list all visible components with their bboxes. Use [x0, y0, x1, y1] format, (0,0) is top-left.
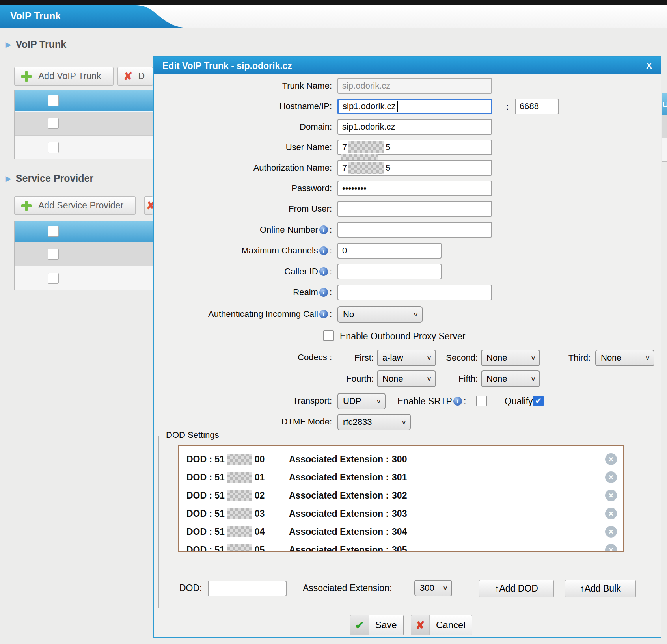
form-row-caller-id: Caller ID i : — [154, 264, 661, 280]
delete-x-icon: ✘ — [146, 199, 153, 212]
add-dod-button[interactable]: ↑Add DOD — [479, 580, 554, 597]
save-label: Save — [369, 615, 403, 635]
user-name-label: User Name: — [154, 140, 332, 155]
form-row-hostname: Hostname/IP: sip1.odorik.cz : 6688 — [154, 99, 661, 115]
tab-label: VoIP Trunk — [10, 10, 61, 22]
codec-first-label: First: — [339, 350, 374, 366]
table-row[interactable] — [15, 112, 153, 136]
trunk-name-label: Trunk Name: — [154, 78, 332, 94]
form-row-realm: Realm i : — [154, 285, 661, 301]
codec-second-select[interactable]: None ∨ — [481, 350, 540, 366]
dialog-title: Edit VoIP Trunk - sip.odorik.cz — [162, 61, 292, 71]
delete-dod-icon[interactable]: ✕ — [605, 544, 617, 552]
dod-input[interactable] — [208, 581, 287, 596]
delete-x-icon: ✘ — [123, 70, 132, 83]
chevron-down-icon: ∨ — [427, 375, 432, 382]
associated-extension-select[interactable]: 300 ∨ — [414, 580, 452, 596]
close-icon[interactable]: X — [646, 61, 652, 71]
add-bulk-button[interactable]: ↑Add Bulk — [565, 580, 636, 597]
form-row-outbound-proxy: Enable Outbound Proxy Server — [154, 328, 661, 344]
section-arrow-icon: ▶ — [6, 174, 11, 183]
info-icon: i — [319, 225, 328, 234]
background-table-sliver-row — [662, 138, 667, 162]
check-icon: ✔ — [350, 615, 369, 635]
delete-provider-button-fragment[interactable]: ✘ — [144, 196, 153, 215]
port-field[interactable]: 6688 — [515, 99, 559, 114]
srtp-checkbox[interactable] — [476, 396, 487, 406]
form-row-codecs-2: Fourth: None ∨ Fifth: None ∨ — [154, 370, 661, 387]
row-checkbox[interactable] — [48, 118, 59, 129]
background-table-sliver-header: U — [662, 93, 667, 115]
chevron-down-icon: ∨ — [427, 354, 432, 361]
censored-value — [227, 544, 252, 552]
online-number-field[interactable] — [337, 222, 492, 238]
auth-incoming-label: Authenticating Incoming Call i : — [154, 306, 332, 322]
table-row[interactable] — [15, 266, 153, 290]
screen: VoIP Trunk ▶ VoIP Trunk Add VoIP Trunk ✘… — [0, 0, 667, 644]
cancel-button[interactable]: ✘ Cancel — [411, 615, 472, 635]
caller-id-field[interactable] — [337, 264, 442, 279]
row-checkbox[interactable] — [48, 226, 59, 237]
password-label: Password: — [154, 181, 332, 196]
row-checkbox[interactable] — [48, 142, 59, 153]
censored-value — [348, 162, 384, 174]
add-voip-trunk-button[interactable]: Add VoIP Trunk — [14, 67, 114, 86]
transport-select[interactable]: UDP ∨ — [337, 393, 386, 409]
srtp-label: Enable SRTP i : — [397, 393, 466, 409]
delete-dod-icon[interactable]: ✕ — [605, 471, 617, 483]
outbound-proxy-label: Enable Outbound Proxy Server — [340, 328, 465, 344]
edit-voip-trunk-dialog: Edit VoIP Trunk - sip.odorik.cz X Trunk … — [153, 56, 661, 638]
qualify-checkbox[interactable]: ✔ — [533, 396, 544, 406]
censored-value — [227, 508, 252, 519]
form-row-max-channels: Maximum Channels i : 0 — [154, 243, 661, 259]
row-checkbox[interactable] — [48, 95, 59, 106]
censored-value — [227, 490, 252, 501]
port-separator: : — [501, 99, 509, 115]
dod-row: DOD :5100 Associated Extension :300 ✕ — [186, 451, 617, 467]
table-row[interactable] — [15, 242, 153, 266]
delete-dod-icon[interactable]: ✕ — [605, 490, 617, 501]
password-field[interactable]: •••••••• — [337, 181, 492, 196]
table-header-row — [15, 90, 153, 112]
table-row[interactable] — [15, 136, 153, 159]
section-voip-trunk: ▶ VoIP Trunk — [6, 39, 66, 50]
user-name-field[interactable]: 7 5 — [337, 140, 492, 155]
auth-incoming-select[interactable]: No ∨ — [337, 306, 423, 323]
from-user-field[interactable] — [337, 201, 492, 217]
form-row-transport: Transport: UDP ∨ Enable SRTP i : Qualify… — [154, 393, 661, 409]
info-icon: i — [319, 310, 328, 318]
delete-trunk-button-fragment[interactable]: ✘ D — [117, 67, 153, 86]
chevron-down-icon: ∨ — [443, 584, 448, 592]
delete-dod-icon[interactable]: ✕ — [605, 453, 617, 465]
codec-fifth-label: Fifth: — [438, 370, 478, 387]
form-row-dtmf: DTMF Mode: rfc2833 ∨ — [154, 414, 661, 430]
codec-fourth-select[interactable]: None ∨ — [377, 370, 436, 387]
censored-value — [348, 141, 384, 153]
qualify-label: Qualify: — [505, 393, 535, 409]
auth-name-field[interactable]: 7 5 — [337, 160, 492, 176]
codec-first-select[interactable]: a-law ∨ — [377, 350, 436, 366]
domain-label: Domain: — [154, 119, 332, 135]
row-checkbox[interactable] — [48, 273, 59, 284]
form-row-from-user: From User: — [154, 201, 661, 218]
codec-fifth-select[interactable]: None ∨ — [481, 370, 540, 387]
dod-list: DOD :5100 Associated Extension :300 ✕ DO… — [178, 445, 624, 552]
row-checkbox[interactable] — [48, 249, 59, 260]
delete-dod-icon[interactable]: ✕ — [605, 508, 617, 519]
dtmf-select[interactable]: rfc2833 ∨ — [337, 414, 411, 430]
realm-field[interactable] — [337, 285, 492, 300]
info-icon: i — [453, 397, 462, 406]
voip-trunk-table — [14, 90, 153, 159]
form-row-domain: Domain: sip1.odorik.cz — [154, 119, 661, 136]
dialog-titlebar: Edit VoIP Trunk - sip.odorik.cz X — [154, 57, 661, 74]
form-row-user-name: User Name: 7 5 — [154, 140, 661, 156]
outbound-proxy-checkbox[interactable] — [323, 330, 334, 341]
max-channels-field[interactable]: 0 — [337, 243, 442, 259]
domain-field[interactable]: sip1.odorik.cz — [337, 119, 492, 135]
save-button[interactable]: ✔ Save — [350, 615, 404, 635]
delete-dod-icon[interactable]: ✕ — [605, 526, 617, 538]
hostname-field[interactable]: sip1.odorik.cz — [337, 99, 492, 114]
from-user-label: From User: — [154, 201, 332, 217]
codec-third-select[interactable]: None ∨ — [595, 350, 654, 366]
add-service-provider-button[interactable]: Add Service Provider — [14, 196, 136, 215]
